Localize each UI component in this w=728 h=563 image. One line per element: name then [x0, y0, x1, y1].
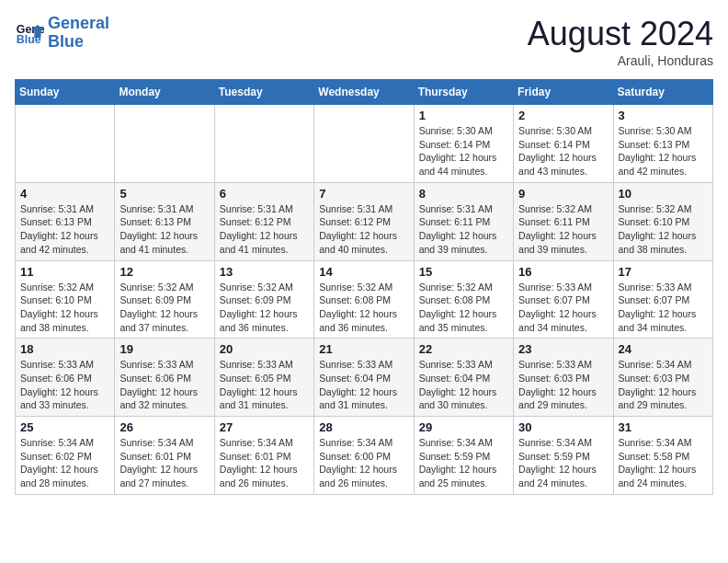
day-info: Sunrise: 5:31 AM Sunset: 6:13 PM Dayligh… [119, 202, 209, 257]
week-row-3: 11Sunrise: 5:32 AM Sunset: 6:10 PM Dayli… [16, 260, 713, 339]
day-info: Sunrise: 5:33 AM Sunset: 6:04 PM Dayligh… [419, 358, 508, 412]
calendar-cell [16, 105, 115, 183]
day-info: Sunrise: 5:33 AM Sunset: 6:05 PM Dayligh… [220, 358, 309, 412]
weekday-tuesday: Tuesday [214, 80, 313, 105]
day-info: Sunrise: 5:30 AM Sunset: 6:14 PM Dayligh… [518, 124, 608, 178]
calendar-cell: 8Sunrise: 5:31 AM Sunset: 6:11 PM Daylig… [414, 182, 513, 260]
week-row-4: 18Sunrise: 5:33 AM Sunset: 6:06 PM Dayli… [16, 339, 713, 417]
calendar-header: SundayMondayTuesdayWednesdayThursdayFrid… [16, 80, 713, 105]
calendar-cell: 17Sunrise: 5:33 AM Sunset: 6:07 PM Dayli… [613, 260, 712, 339]
calendar-cell: 23Sunrise: 5:33 AM Sunset: 6:03 PM Dayli… [514, 339, 613, 417]
day-number: 30 [518, 420, 608, 434]
day-number: 14 [319, 265, 408, 279]
month-title: August 2024 [528, 15, 713, 53]
day-number: 23 [518, 342, 608, 356]
calendar-cell: 25Sunrise: 5:34 AM Sunset: 6:02 PM Dayli… [16, 417, 115, 495]
calendar-cell [314, 105, 414, 183]
day-info: Sunrise: 5:34 AM Sunset: 6:03 PM Dayligh… [619, 358, 708, 412]
day-info: Sunrise: 5:31 AM Sunset: 6:11 PM Dayligh… [419, 202, 508, 257]
day-number: 27 [220, 420, 309, 434]
calendar-cell: 16Sunrise: 5:33 AM Sunset: 6:07 PM Dayli… [514, 260, 613, 339]
day-info: Sunrise: 5:30 AM Sunset: 6:13 PM Dayligh… [619, 124, 708, 178]
day-number: 6 [220, 187, 309, 201]
day-number: 8 [419, 187, 508, 201]
day-number: 1 [419, 109, 508, 122]
calendar-cell: 22Sunrise: 5:33 AM Sunset: 6:04 PM Dayli… [414, 339, 513, 417]
day-info: Sunrise: 5:33 AM Sunset: 6:07 PM Dayligh… [619, 281, 708, 335]
calendar-cell: 13Sunrise: 5:32 AM Sunset: 6:09 PM Dayli… [214, 260, 313, 339]
day-number: 13 [220, 265, 309, 279]
day-info: Sunrise: 5:31 AM Sunset: 6:12 PM Dayligh… [319, 202, 408, 257]
day-info: Sunrise: 5:32 AM Sunset: 6:09 PM Dayligh… [119, 281, 209, 335]
day-info: Sunrise: 5:32 AM Sunset: 6:10 PM Dayligh… [619, 202, 708, 257]
weekday-saturday: Saturday [613, 80, 712, 105]
day-number: 19 [119, 342, 209, 356]
calendar-cell: 1Sunrise: 5:30 AM Sunset: 6:14 PM Daylig… [414, 105, 513, 183]
calendar-cell: 30Sunrise: 5:34 AM Sunset: 5:59 PM Dayli… [514, 417, 613, 495]
day-number: 20 [220, 342, 309, 356]
day-info: Sunrise: 5:34 AM Sunset: 6:01 PM Dayligh… [119, 436, 209, 490]
day-number: 21 [319, 342, 408, 356]
day-number: 12 [119, 265, 209, 279]
day-number: 4 [20, 187, 109, 201]
day-number: 24 [619, 342, 708, 356]
weekday-sunday: Sunday [16, 80, 115, 105]
day-number: 17 [619, 265, 708, 279]
calendar-cell: 7Sunrise: 5:31 AM Sunset: 6:12 PM Daylig… [314, 182, 414, 260]
calendar-cell: 19Sunrise: 5:33 AM Sunset: 6:06 PM Dayli… [115, 339, 214, 417]
weekday-monday: Monday [115, 80, 214, 105]
day-number: 10 [619, 187, 708, 201]
calendar-cell: 10Sunrise: 5:32 AM Sunset: 6:10 PM Dayli… [613, 182, 712, 260]
week-row-5: 25Sunrise: 5:34 AM Sunset: 6:02 PM Dayli… [16, 417, 713, 495]
calendar-table: SundayMondayTuesdayWednesdayThursdayFrid… [15, 79, 713, 495]
calendar-cell: 11Sunrise: 5:32 AM Sunset: 6:10 PM Dayli… [16, 260, 115, 339]
logo: General Blue GeneralBlue [15, 15, 109, 52]
day-info: Sunrise: 5:32 AM Sunset: 6:09 PM Dayligh… [220, 281, 309, 335]
day-info: Sunrise: 5:31 AM Sunset: 6:12 PM Dayligh… [220, 202, 309, 257]
location: Arauli, Honduras [528, 53, 713, 68]
calendar-cell: 26Sunrise: 5:34 AM Sunset: 6:01 PM Dayli… [115, 417, 214, 495]
week-row-2: 4Sunrise: 5:31 AM Sunset: 6:13 PM Daylig… [16, 182, 713, 260]
day-number: 7 [319, 187, 408, 201]
calendar-cell: 9Sunrise: 5:32 AM Sunset: 6:11 PM Daylig… [514, 182, 613, 260]
calendar-cell: 21Sunrise: 5:33 AM Sunset: 6:04 PM Dayli… [314, 339, 414, 417]
day-number: 15 [419, 265, 508, 279]
day-info: Sunrise: 5:32 AM Sunset: 6:08 PM Dayligh… [419, 281, 508, 335]
day-info: Sunrise: 5:34 AM Sunset: 6:02 PM Dayligh… [20, 436, 109, 490]
calendar-cell: 4Sunrise: 5:31 AM Sunset: 6:13 PM Daylig… [16, 182, 115, 260]
day-number: 3 [619, 109, 708, 122]
day-info: Sunrise: 5:32 AM Sunset: 6:11 PM Dayligh… [518, 202, 608, 257]
calendar-cell [115, 105, 214, 183]
calendar-cell: 24Sunrise: 5:34 AM Sunset: 6:03 PM Dayli… [613, 339, 712, 417]
day-number: 31 [619, 420, 708, 434]
day-info: Sunrise: 5:34 AM Sunset: 5:58 PM Dayligh… [619, 436, 708, 490]
calendar-cell [214, 105, 313, 183]
day-info: Sunrise: 5:34 AM Sunset: 5:59 PM Dayligh… [518, 436, 608, 490]
day-info: Sunrise: 5:33 AM Sunset: 6:04 PM Dayligh… [319, 358, 408, 412]
day-number: 25 [20, 420, 109, 434]
weekday-header-row: SundayMondayTuesdayWednesdayThursdayFrid… [16, 80, 713, 105]
day-number: 29 [419, 420, 508, 434]
day-number: 26 [119, 420, 209, 434]
day-number: 22 [419, 342, 508, 356]
day-number: 2 [518, 109, 608, 122]
weekday-friday: Friday [514, 80, 613, 105]
calendar-cell: 15Sunrise: 5:32 AM Sunset: 6:08 PM Dayli… [414, 260, 513, 339]
day-info: Sunrise: 5:30 AM Sunset: 6:14 PM Dayligh… [419, 124, 508, 178]
page-header: General Blue GeneralBlue August 2024 Ara… [15, 15, 713, 68]
calendar-cell: 3Sunrise: 5:30 AM Sunset: 6:13 PM Daylig… [613, 105, 712, 183]
day-info: Sunrise: 5:33 AM Sunset: 6:06 PM Dayligh… [119, 358, 209, 412]
day-info: Sunrise: 5:34 AM Sunset: 6:01 PM Dayligh… [220, 436, 309, 490]
day-info: Sunrise: 5:34 AM Sunset: 5:59 PM Dayligh… [419, 436, 508, 490]
day-info: Sunrise: 5:34 AM Sunset: 6:00 PM Dayligh… [319, 436, 408, 490]
day-info: Sunrise: 5:33 AM Sunset: 6:03 PM Dayligh… [518, 358, 608, 412]
calendar-cell: 27Sunrise: 5:34 AM Sunset: 6:01 PM Dayli… [214, 417, 313, 495]
calendar-cell: 6Sunrise: 5:31 AM Sunset: 6:12 PM Daylig… [214, 182, 313, 260]
day-info: Sunrise: 5:32 AM Sunset: 6:10 PM Dayligh… [20, 281, 109, 335]
calendar-cell: 12Sunrise: 5:32 AM Sunset: 6:09 PM Dayli… [115, 260, 214, 339]
weekday-thursday: Thursday [414, 80, 513, 105]
day-number: 16 [518, 265, 608, 279]
day-number: 18 [20, 342, 109, 356]
week-row-1: 1Sunrise: 5:30 AM Sunset: 6:14 PM Daylig… [16, 105, 713, 183]
day-number: 5 [119, 187, 209, 201]
